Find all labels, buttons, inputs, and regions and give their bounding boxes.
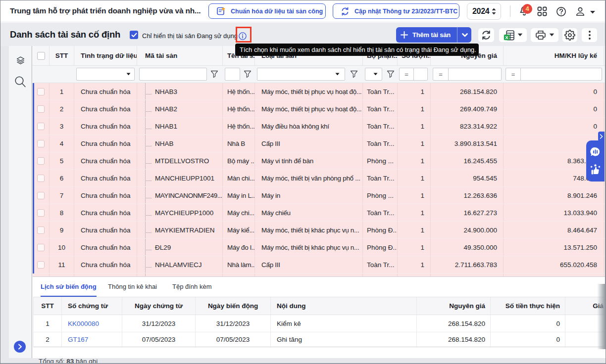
svg-text:X: X — [505, 35, 508, 40]
